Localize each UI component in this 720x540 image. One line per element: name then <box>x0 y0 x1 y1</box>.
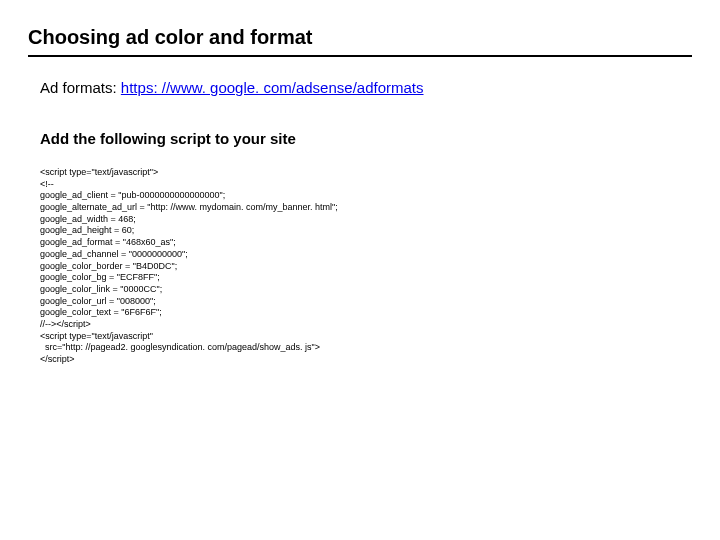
adformats-link[interactable]: https: //www. google. com/adsense/adform… <box>121 79 424 96</box>
page-title: Choosing ad color and format <box>28 26 692 49</box>
slide: Choosing ad color and format Ad formats:… <box>0 0 720 386</box>
title-rule <box>28 55 692 57</box>
adformats-line: Ad formats: https: //www. google. com/ad… <box>40 79 692 96</box>
add-script-heading: Add the following script to your site <box>40 130 692 147</box>
adformats-label: Ad formats: <box>40 79 121 96</box>
code-block: <script type="text/javascript"> <!-- goo… <box>40 167 692 366</box>
